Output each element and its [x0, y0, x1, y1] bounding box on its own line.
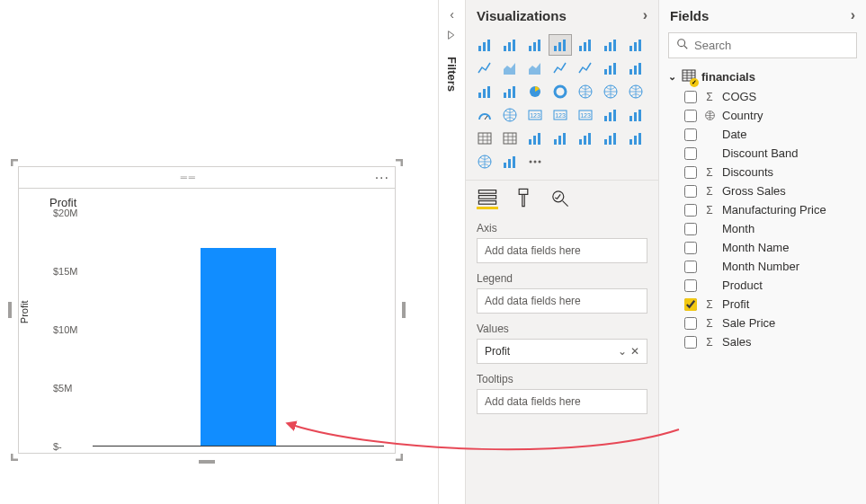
treemap-icon[interactable] [574, 81, 597, 102]
stacked-column-icon[interactable] [523, 34, 547, 56]
chevron-down-icon[interactable]: ⌄ [618, 345, 627, 358]
key-influencer-icon[interactable] [624, 104, 647, 126]
hundred-bar-icon[interactable] [599, 34, 622, 56]
values-well[interactable]: Profit ⌄✕ [477, 339, 647, 364]
svg-rect-79 [519, 189, 528, 194]
smart-narrative-icon[interactable] [624, 128, 647, 149]
analytics-tab-icon[interactable] [549, 188, 570, 209]
field-manufacturing-price[interactable]: ΣManufacturing Price [684, 203, 857, 217]
field-checkbox[interactable] [684, 279, 697, 292]
field-checkbox[interactable] [684, 147, 697, 160]
svg-rect-12 [563, 40, 566, 51]
table-header[interactable]: ⌄ ✓ financials [659, 66, 866, 88]
bar[interactable] [201, 248, 276, 446]
donut-icon[interactable] [549, 81, 572, 102]
line-column-icon[interactable] [549, 57, 572, 79]
resize-handle[interactable] [402, 302, 406, 318]
field-checkbox[interactable] [684, 223, 697, 235]
py-visual-icon[interactable] [498, 151, 522, 172]
svg-rect-70 [504, 163, 506, 168]
funnel-icon[interactable] [473, 81, 496, 102]
tooltips-well[interactable]: Add data fields here [477, 389, 647, 414]
fields-search[interactable] [668, 32, 857, 58]
legend-well[interactable]: Add data fields here [477, 288, 647, 314]
axis-well[interactable]: Add data fields here [477, 238, 647, 263]
field-checkbox[interactable] [684, 166, 697, 179]
field-checkbox[interactable] [684, 336, 697, 349]
report-canvas[interactable]: ══ ··· Profit Profit $20M$15M$10M$5M$- [0, 0, 439, 504]
slicer-icon[interactable] [599, 104, 622, 126]
field-checkbox[interactable] [684, 110, 697, 122]
field-month-number[interactable]: Month Number [684, 260, 857, 273]
chevron-right-icon[interactable]: › [851, 7, 855, 23]
qna-icon[interactable] [574, 128, 597, 149]
azure-map-icon[interactable] [473, 151, 496, 172]
fields-tab-icon[interactable] [477, 188, 498, 209]
remove-icon[interactable]: ✕ [630, 345, 639, 358]
chevron-down-icon[interactable]: ⌄ [668, 71, 676, 83]
svg-rect-24 [613, 63, 616, 75]
filters-pane-collapsed[interactable]: ‹ Filters [439, 0, 466, 504]
field-checkbox[interactable] [684, 185, 697, 198]
field-month-name[interactable]: Month Name [684, 241, 857, 254]
card-icon[interactable]: 123 [523, 104, 547, 126]
stacked-area-icon[interactable] [523, 57, 547, 79]
drag-grip-icon[interactable]: ══ [24, 172, 353, 182]
field-gross-sales[interactable]: ΣGross Sales [684, 184, 857, 198]
clustered-column-icon[interactable] [574, 34, 597, 56]
area-chart-icon[interactable] [498, 57, 522, 79]
chevron-right-icon[interactable]: › [643, 7, 647, 23]
decomp-icon[interactable] [549, 128, 572, 149]
sigma-icon: Σ [702, 298, 717, 311]
svg-rect-64 [609, 136, 612, 145]
field-checkbox[interactable] [684, 317, 697, 330]
multi-card-icon[interactable]: 123 [574, 104, 597, 126]
gauge-icon[interactable] [473, 104, 496, 126]
line-stacked-icon[interactable] [574, 57, 597, 79]
field-checkbox[interactable] [684, 91, 697, 103]
search-input[interactable] [694, 39, 849, 52]
scatter-icon[interactable] [498, 81, 522, 102]
visual-tile[interactable]: ══ ··· Profit Profit $20M$15M$10M$5M$- [18, 166, 396, 454]
waterfall-icon[interactable] [624, 57, 647, 79]
matrix-icon[interactable] [498, 128, 522, 149]
field-discount-band[interactable]: Discount Band [684, 146, 857, 160]
field-discounts[interactable]: ΣDiscounts [684, 165, 857, 179]
resize-handle[interactable] [199, 460, 215, 464]
column-chart-icon[interactable] [498, 34, 522, 56]
paginated-icon[interactable] [599, 128, 622, 149]
field-country[interactable]: Country [684, 109, 857, 122]
field-checkbox[interactable] [684, 298, 697, 311]
field-profit[interactable]: ΣProfit [684, 297, 857, 311]
r-visual-icon[interactable] [523, 128, 547, 149]
shape-map-icon[interactable] [498, 104, 522, 126]
chevron-left-icon[interactable]: ‹ [450, 7, 454, 22]
globe-icon [702, 110, 717, 121]
field-month[interactable]: Month [684, 222, 857, 235]
field-checkbox[interactable] [684, 242, 697, 254]
field-checkbox[interactable] [684, 128, 697, 141]
field-sale-price[interactable]: ΣSale Price [684, 316, 857, 330]
field-checkbox[interactable] [684, 204, 697, 217]
y-axis-label: Profit [19, 300, 30, 323]
field-checkbox[interactable] [684, 261, 697, 273]
expand-icon[interactable] [446, 29, 459, 44]
format-tab-icon[interactable] [513, 188, 534, 209]
field-product[interactable]: Product [684, 279, 857, 292]
line-chart-icon[interactable] [473, 57, 496, 79]
field-sales[interactable]: ΣSales [684, 335, 857, 349]
more-icon[interactable]: ··· [375, 170, 389, 186]
map-icon[interactable] [599, 81, 622, 102]
field-date[interactable]: Date [684, 128, 857, 141]
field-cogs[interactable]: ΣCOGS [684, 90, 857, 103]
ribbon-icon[interactable] [599, 57, 622, 79]
filled-map-icon[interactable] [624, 81, 647, 102]
hundred-column-icon[interactable] [624, 34, 647, 56]
clustered-bar-icon[interactable] [549, 34, 572, 56]
resize-handle[interactable] [8, 302, 12, 318]
more-icon[interactable] [523, 151, 547, 172]
table-icon[interactable] [473, 128, 496, 149]
pie-icon[interactable] [523, 81, 547, 102]
kpi-icon[interactable]: 123 [549, 104, 572, 126]
stacked-bar-icon[interactable] [473, 34, 496, 56]
